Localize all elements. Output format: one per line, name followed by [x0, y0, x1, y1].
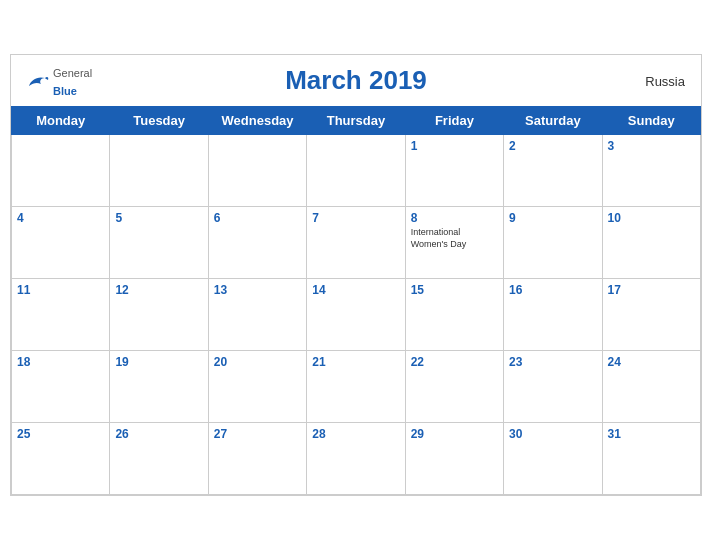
table-row: 13	[208, 279, 306, 351]
calendar-header: General Blue March 2019 Russia	[11, 55, 701, 106]
day-number: 17	[608, 283, 695, 297]
calendar-container: General Blue March 2019 Russia Monday Tu…	[10, 54, 702, 496]
table-row	[208, 135, 306, 207]
table-row: 10	[602, 207, 700, 279]
table-row: 7	[307, 207, 405, 279]
day-number: 11	[17, 283, 104, 297]
day-number: 21	[312, 355, 399, 369]
logo-blue: Blue	[53, 85, 77, 97]
country-label: Russia	[645, 73, 685, 88]
day-number: 27	[214, 427, 301, 441]
logo-text: General Blue	[53, 63, 92, 99]
header-thursday: Thursday	[307, 107, 405, 135]
table-row: 2	[504, 135, 602, 207]
header-tuesday: Tuesday	[110, 107, 208, 135]
day-number: 13	[214, 283, 301, 297]
table-row: 29	[405, 423, 503, 495]
table-row: 12	[110, 279, 208, 351]
table-row	[12, 135, 110, 207]
header-friday: Friday	[405, 107, 503, 135]
table-row: 4	[12, 207, 110, 279]
day-number: 20	[214, 355, 301, 369]
table-row	[307, 135, 405, 207]
day-number: 10	[608, 211, 695, 225]
day-number: 12	[115, 283, 202, 297]
table-row: 28	[307, 423, 405, 495]
table-row: 24	[602, 351, 700, 423]
day-number: 8	[411, 211, 498, 225]
calendar-title: March 2019	[285, 65, 427, 96]
day-number: 31	[608, 427, 695, 441]
calendar-week-row: 25262728293031	[12, 423, 701, 495]
day-number: 6	[214, 211, 301, 225]
day-number: 28	[312, 427, 399, 441]
table-row: 27	[208, 423, 306, 495]
table-row: 15	[405, 279, 503, 351]
table-row: 9	[504, 207, 602, 279]
header-wednesday: Wednesday	[208, 107, 306, 135]
table-row: 26	[110, 423, 208, 495]
table-row: 14	[307, 279, 405, 351]
day-number: 25	[17, 427, 104, 441]
day-number: 16	[509, 283, 596, 297]
weekday-header-row: Monday Tuesday Wednesday Thursday Friday…	[12, 107, 701, 135]
table-row: 23	[504, 351, 602, 423]
header-monday: Monday	[12, 107, 110, 135]
table-row: 5	[110, 207, 208, 279]
calendar-week-row: 45678International Women's Day910	[12, 207, 701, 279]
day-number: 5	[115, 211, 202, 225]
day-number: 1	[411, 139, 498, 153]
logo-bird-icon	[27, 72, 49, 90]
table-row: 19	[110, 351, 208, 423]
table-row: 30	[504, 423, 602, 495]
table-row: 20	[208, 351, 306, 423]
day-number: 26	[115, 427, 202, 441]
day-number: 18	[17, 355, 104, 369]
table-row: 18	[12, 351, 110, 423]
table-row	[110, 135, 208, 207]
table-row: 31	[602, 423, 700, 495]
table-row: 6	[208, 207, 306, 279]
day-number: 19	[115, 355, 202, 369]
day-number: 7	[312, 211, 399, 225]
table-row: 22	[405, 351, 503, 423]
table-row: 1	[405, 135, 503, 207]
logo-area: General Blue	[27, 63, 92, 99]
day-number: 15	[411, 283, 498, 297]
calendar-week-row: 11121314151617	[12, 279, 701, 351]
day-number: 30	[509, 427, 596, 441]
day-event: International Women's Day	[411, 227, 498, 250]
table-row: 8International Women's Day	[405, 207, 503, 279]
day-number: 9	[509, 211, 596, 225]
day-number: 23	[509, 355, 596, 369]
day-number: 3	[608, 139, 695, 153]
table-row: 21	[307, 351, 405, 423]
header-sunday: Sunday	[602, 107, 700, 135]
day-number: 4	[17, 211, 104, 225]
table-row: 3	[602, 135, 700, 207]
day-number: 14	[312, 283, 399, 297]
table-row: 11	[12, 279, 110, 351]
table-row: 16	[504, 279, 602, 351]
calendar-table: Monday Tuesday Wednesday Thursday Friday…	[11, 106, 701, 495]
table-row: 25	[12, 423, 110, 495]
header-saturday: Saturday	[504, 107, 602, 135]
day-number: 22	[411, 355, 498, 369]
logo-general: General	[53, 67, 92, 79]
table-row: 17	[602, 279, 700, 351]
day-number: 2	[509, 139, 596, 153]
day-number: 24	[608, 355, 695, 369]
day-number: 29	[411, 427, 498, 441]
calendar-week-row: 18192021222324	[12, 351, 701, 423]
calendar-week-row: 123	[12, 135, 701, 207]
